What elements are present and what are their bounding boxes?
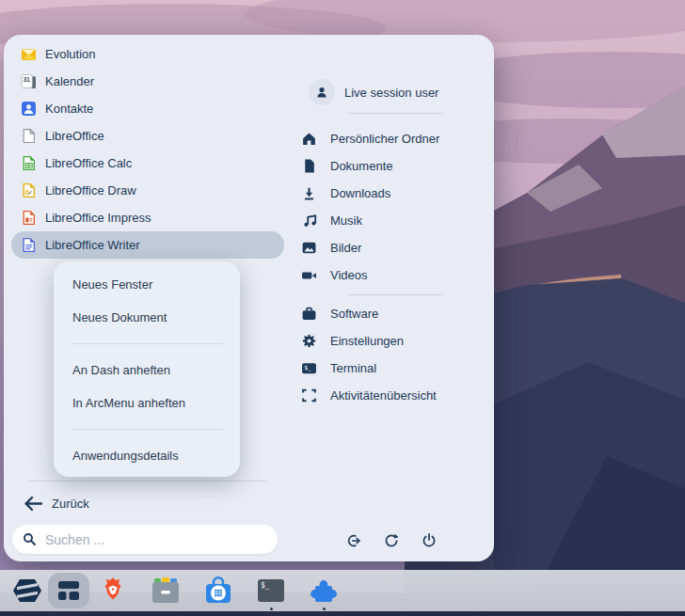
place-item-downloads[interactable]: Downloads (301, 180, 489, 207)
app-item-libreoffice-draw[interactable]: LibreOffice Draw (11, 177, 284, 204)
app-context-menu: Neues Fenster Neues Dokument An Dash anh… (54, 261, 240, 477)
search-input[interactable] (45, 525, 278, 554)
search-icon (23, 532, 37, 546)
gear-icon (301, 333, 317, 349)
back-label: Zurück (52, 497, 89, 511)
libreoffice-icon (21, 128, 37, 144)
libreoffice-draw-icon (21, 182, 37, 198)
app-label: Kalender (45, 74, 94, 88)
search-bar (12, 525, 278, 554)
system-item-activities-overview[interactable]: Aktivitätenübersicht (301, 382, 489, 409)
back-button[interactable]: Zurück (24, 493, 89, 513)
app-label: LibreOffice (45, 129, 104, 143)
libreoffice-impress-icon (21, 210, 37, 226)
software-store-icon (202, 575, 234, 607)
app-item-libreoffice-writer[interactable]: LibreOffice Writer (11, 231, 284, 259)
place-item-pictures[interactable]: Bilder (301, 234, 489, 261)
divider (348, 294, 442, 295)
power-icon (421, 532, 438, 549)
running-indicator-dot (270, 608, 273, 610)
logout-button[interactable] (344, 531, 363, 550)
place-item-home[interactable]: Persönlicher Ordner (301, 125, 489, 152)
system-item-terminal[interactable]: $_ Terminal (301, 355, 489, 382)
app-item-evolution[interactable]: Evolution (11, 40, 284, 68)
app-item-libreoffice-impress[interactable]: LibreOffice Impress (11, 204, 284, 231)
video-camera-icon (301, 267, 317, 283)
menu-item-new-window[interactable]: Neues Fenster (54, 268, 240, 301)
menu-item-new-document[interactable]: Neues Dokument (54, 301, 240, 334)
place-label: Bilder (330, 241, 361, 255)
brave-browser-icon (97, 575, 129, 607)
libreoffice-calc-icon (21, 155, 37, 171)
puzzle-piece-icon (308, 575, 340, 607)
svg-text:31: 31 (24, 76, 31, 83)
place-item-videos[interactable]: Videos (301, 261, 489, 289)
svg-text:$_: $_ (304, 364, 311, 371)
app-label: LibreOffice Impress (45, 211, 151, 225)
logout-icon (345, 532, 362, 549)
app-label: LibreOffice Writer (45, 238, 140, 252)
software-store-button[interactable] (201, 574, 235, 608)
terminal-icon: $_ (301, 360, 317, 376)
app-item-libreoffice-calc[interactable]: LibreOffice Calc (11, 150, 284, 177)
place-item-documents[interactable]: Dokumente (301, 152, 489, 180)
libreoffice-writer-icon (21, 237, 37, 253)
calendar-icon: 31 (21, 73, 37, 89)
document-icon (301, 158, 317, 174)
extensions-button[interactable] (307, 574, 341, 608)
download-icon (301, 185, 317, 201)
zorin-menu-button[interactable] (10, 574, 44, 608)
contacts-icon (21, 101, 37, 117)
app-label: LibreOffice Draw (45, 183, 136, 197)
place-label: Musik (330, 213, 362, 228)
app-grid-icon (57, 579, 80, 602)
image-icon (301, 240, 317, 256)
terminal-app-icon: $_ (255, 575, 287, 607)
terminal-app-button[interactable]: $_ (254, 574, 288, 608)
place-label: Videos (330, 268, 368, 282)
user-account-row[interactable]: Live session user (309, 79, 489, 105)
file-manager-button[interactable] (149, 574, 183, 608)
power-button[interactable] (420, 531, 438, 550)
restart-button[interactable] (382, 531, 401, 550)
file-cabinet-icon (150, 575, 182, 607)
divider (71, 429, 223, 430)
divider (348, 113, 442, 114)
activities-overview-icon (301, 387, 317, 403)
evolution-mail-icon (21, 46, 37, 62)
app-item-libreoffice[interactable]: LibreOffice (11, 122, 284, 150)
place-label: Dokumente (330, 159, 392, 173)
brave-browser-button[interactable] (96, 574, 130, 608)
app-label: Evolution (45, 47, 95, 61)
shortcuts-column: Live session user Persönlicher Ordner Do… (301, 79, 489, 409)
svg-text:$_: $_ (261, 581, 270, 590)
system-label: Software (330, 307, 378, 321)
place-item-music[interactable]: Musik (301, 207, 489, 234)
app-grid-button[interactable] (52, 574, 86, 608)
menu-item-app-details[interactable]: Anwendungsdetails (54, 439, 240, 472)
system-item-software[interactable]: Software (301, 300, 489, 327)
briefcase-icon (301, 306, 317, 322)
running-indicator-dot (323, 608, 326, 610)
system-label: Aktivitätenübersicht (330, 388, 437, 403)
place-label: Persönlicher Ordner (330, 132, 439, 146)
taskbar: $_ (0, 570, 685, 611)
home-icon (301, 131, 317, 147)
app-label: LibreOffice Calc (45, 156, 132, 170)
app-item-kontakte[interactable]: Kontakte (11, 95, 284, 122)
back-arrow-icon (24, 496, 43, 512)
restart-icon (383, 532, 400, 549)
app-label: Kontakte (45, 102, 93, 116)
menu-item-pin-to-arcmenu[interactable]: In ArcMenu anheften (54, 387, 240, 419)
zorin-logo-icon (11, 575, 43, 607)
system-item-settings[interactable]: Einstellungen (301, 327, 489, 355)
avatar (309, 79, 335, 105)
divider (71, 343, 223, 344)
user-icon (314, 85, 329, 100)
system-label: Einstellungen (330, 334, 404, 348)
place-label: Downloads (330, 186, 390, 200)
app-item-kalender[interactable]: 31 Kalender (11, 68, 284, 95)
user-name: Live session user (344, 86, 438, 100)
menu-item-pin-to-dash[interactable]: An Dash anheften (54, 354, 240, 387)
application-list: Evolution 31 Kalender Kontakte LibreOff (11, 40, 284, 259)
